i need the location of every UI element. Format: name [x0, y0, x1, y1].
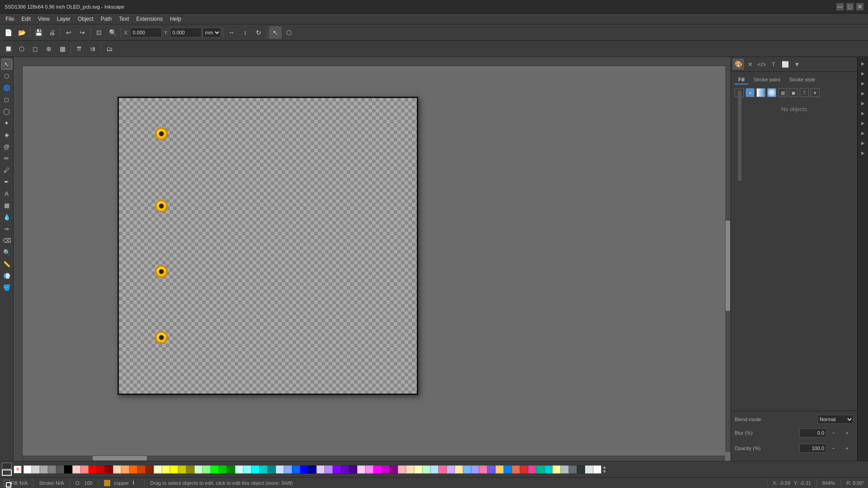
mini-tab-9[interactable]: ▶ [859, 138, 868, 147]
color-swatch[interactable] [528, 465, 536, 474]
stroke-paint-tab[interactable]: Stroke paint [750, 75, 784, 84]
redo-button[interactable]: ↪ [76, 26, 89, 39]
fill-color-box[interactable] [2, 463, 12, 469]
select-tool[interactable]: ↖ [1, 59, 12, 70]
pencil-tool[interactable]: ✏ [1, 153, 12, 164]
blur-minus[interactable]: − [827, 427, 840, 439]
color-swatch[interactable] [235, 465, 243, 474]
flip-v-button[interactable]: ↕ [239, 26, 251, 39]
color-swatch[interactable] [333, 465, 341, 474]
color-swatch[interactable] [325, 465, 333, 474]
snap-button[interactable]: 🔲 [2, 42, 14, 55]
export-tab[interactable]: ⬜ [780, 59, 791, 70]
color-swatch[interactable] [471, 465, 479, 474]
blur-input[interactable]: 0.0 [799, 428, 826, 437]
smd-pad-2[interactable] [155, 200, 168, 212]
palette-scroll-down[interactable]: ▼ [602, 469, 607, 474]
gradient-tool[interactable]: ▦ [1, 200, 12, 211]
menu-text[interactable]: Text [115, 14, 132, 24]
mini-tab-2[interactable]: ▶ [859, 69, 868, 78]
color-swatch[interactable] [56, 465, 64, 474]
no-color-button[interactable]: ✕ [14, 465, 22, 474]
color-swatch[interactable] [406, 465, 414, 474]
color-swatch[interactable] [414, 465, 422, 474]
color-swatch[interactable] [561, 465, 569, 474]
color-swatch[interactable] [341, 465, 349, 474]
color-swatch[interactable] [72, 465, 80, 474]
spray-tool[interactable]: 💨 [1, 270, 12, 281]
align-button[interactable]: ⇈ [73, 42, 85, 55]
color-swatch[interactable] [276, 465, 284, 474]
stroke-style-tab[interactable]: Stroke style [786, 75, 819, 84]
opacity-minus[interactable]: − [827, 442, 840, 455]
color-swatch[interactable] [48, 465, 56, 474]
color-swatch[interactable] [284, 465, 292, 474]
color-swatch[interactable] [300, 465, 308, 474]
color-swatch[interactable] [251, 465, 259, 474]
fill-stroke-tab[interactable]: 🎨 [733, 59, 744, 70]
color-swatch[interactable] [129, 465, 137, 474]
snap-grid-button[interactable]: ▦ [56, 42, 69, 55]
color-swatch[interactable] [89, 465, 97, 474]
color-swatch[interactable] [268, 465, 276, 474]
select-mode-button[interactable]: ↖ [269, 26, 282, 39]
menu-layer[interactable]: Layer [53, 14, 74, 24]
color-swatch[interactable] [593, 465, 601, 474]
color-swatch[interactable] [146, 465, 154, 474]
radial-gradient-icon[interactable]: ○ [767, 88, 776, 97]
color-swatch[interactable] [186, 465, 194, 474]
color-swatch[interactable] [211, 465, 219, 474]
close-button[interactable]: ✕ [856, 3, 863, 10]
color-swatch[interactable] [382, 465, 390, 474]
color-swatch[interactable] [170, 465, 178, 474]
mini-tab-1[interactable]: ▶ [859, 59, 868, 68]
color-info-icon[interactable]: ℹ [132, 480, 139, 486]
open-button[interactable]: 📂 [15, 26, 28, 39]
menu-help[interactable]: Help [166, 14, 185, 24]
color-swatch[interactable] [316, 465, 325, 474]
panel-scrollbar[interactable] [738, 90, 741, 181]
color-swatch[interactable] [479, 465, 487, 474]
mini-tab-5[interactable]: ▶ [859, 99, 868, 108]
smd-pad-1[interactable] [155, 127, 168, 140]
mini-tab-6[interactable]: ▶ [859, 108, 868, 117]
color-swatch[interactable] [398, 465, 406, 474]
horizontal-scrollbar-thumb[interactable] [93, 456, 147, 460]
undo-button[interactable]: ↩ [62, 26, 75, 39]
color-swatch[interactable] [178, 465, 186, 474]
node-mode-button[interactable]: ⬡ [283, 26, 295, 39]
color-swatch[interactable] [439, 465, 447, 474]
vertical-scrollbar[interactable] [725, 66, 731, 452]
mini-tab-10[interactable]: ▶ [859, 148, 868, 157]
minimize-button[interactable]: — [836, 3, 844, 10]
horizontal-scrollbar[interactable] [23, 455, 725, 461]
palette-scroll[interactable]: ▲ ▼ [602, 465, 607, 474]
color-swatch[interactable] [552, 465, 561, 474]
menu-view[interactable]: View [34, 14, 53, 24]
menu-file[interactable]: File [2, 14, 18, 24]
smd-pad-4[interactable] [155, 331, 168, 344]
color-swatch[interactable] [422, 465, 430, 474]
unset-icon[interactable]: ? [800, 88, 809, 97]
color-swatch[interactable] [137, 465, 146, 474]
rect-tool[interactable]: ◻ [1, 94, 12, 105]
color-swatch[interactable] [259, 465, 268, 474]
color-swatch[interactable] [292, 465, 300, 474]
color-swatch[interactable] [536, 465, 544, 474]
print-button[interactable]: 🖨 [46, 26, 58, 39]
color-swatch[interactable] [308, 465, 316, 474]
color-swatch[interactable] [24, 465, 32, 474]
mini-tab-7[interactable]: ▶ [859, 118, 868, 127]
x-input[interactable] [130, 28, 162, 38]
color-swatch[interactable] [357, 465, 365, 474]
snap-nodes-button[interactable]: ⬡ [15, 42, 28, 55]
mini-tab-4[interactable]: ▶ [859, 89, 868, 98]
color-swatch[interactable] [64, 465, 72, 474]
spiral-tool[interactable]: @ [1, 141, 12, 152]
color-swatch[interactable] [455, 465, 463, 474]
dropper-tool[interactable]: 💧 [1, 211, 12, 222]
color-swatch[interactable] [390, 465, 398, 474]
menu-edit[interactable]: Edit [18, 14, 34, 24]
color-swatch[interactable] [203, 465, 211, 474]
connector-tool[interactable]: ⇒ [1, 223, 12, 234]
